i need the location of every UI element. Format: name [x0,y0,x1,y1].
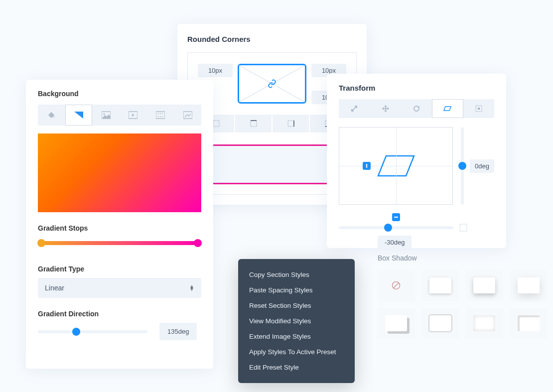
svg-rect-3 [251,121,257,127]
transform-rotate-tab[interactable] [401,99,432,118]
video-icon [129,111,138,119]
border-side-tabs [198,115,346,132]
svg-rect-10 [478,108,480,110]
box-shadow-preset-6[interactable] [466,308,503,339]
ctx-extend-image[interactable]: Extend Image Styles [238,329,355,344]
transform-horizontal-value[interactable]: -30deg [378,236,412,249]
svg-point-21 [160,116,161,117]
box-shadow-none[interactable] [378,270,415,301]
svg-point-22 [162,116,163,117]
pattern-icon [156,111,165,119]
transform-canvas[interactable] [339,127,453,205]
box-shadow-preset-1[interactable] [422,270,459,301]
gradient-type-select[interactable]: Linear ▲▼ [38,278,201,298]
box-shadow-preset-3[interactable] [510,270,548,301]
svg-rect-11 [460,224,467,231]
skew-y-handle[interactable] [363,162,371,170]
paint-bucket-icon [47,111,56,119]
transform-panel: Transform 0deg -30deg [327,74,506,248]
svg-point-20 [158,116,159,117]
image-icon [102,111,111,119]
ctx-copy-styles[interactable]: Copy Section Styles [238,267,355,282]
background-title: Background [38,90,201,98]
background-color-tab[interactable] [38,105,65,126]
transform-horizontal-slider[interactable] [339,226,453,229]
svg-line-25 [393,282,399,288]
border-preview [198,144,346,184]
skew-preview-shape [376,154,416,178]
gradient-stop-handle-2[interactable] [194,239,202,247]
box-shadow-preset-5[interactable] [422,308,459,339]
svg-rect-2 [213,121,219,127]
background-image-tab[interactable] [92,105,120,126]
svg-rect-5 [288,121,294,127]
box-shadow-preset-7[interactable] [510,308,548,339]
ctx-edit-preset[interactable]: Edit Preset Style [238,360,355,375]
corner-top-left-input[interactable]: 10px [198,64,233,77]
box-shadow-panel: Box Shadow [378,254,547,339]
gradient-stops-slider[interactable] [38,241,201,245]
gradient-type-value: Linear [45,284,64,292]
svg-point-17 [158,113,159,114]
context-menu: Copy Section Styles Paste Spacing Styles… [238,259,355,383]
gradient-direction-slider[interactable] [38,330,147,333]
background-gradient-tab[interactable] [65,105,93,126]
border-top-tab[interactable] [235,115,272,132]
transform-skew-tab[interactable] [432,99,463,118]
corner-link-toggle[interactable] [238,64,306,104]
transform-origin-tab[interactable] [463,99,494,118]
svg-rect-16 [156,112,165,119]
gradient-direction-input[interactable]: 135deg [159,323,197,340]
border-right-tab[interactable] [273,115,309,132]
transform-vertical-value[interactable]: 0deg [470,159,494,173]
box-shadow-title: Box Shadow [378,254,547,262]
svg-point-19 [162,113,163,114]
transform-title: Transform [339,84,494,92]
ctx-apply-preset[interactable]: Apply Styles To Active Preset [238,344,355,360]
link-icon [268,79,276,88]
transform-scale-tab[interactable] [339,99,370,118]
ctx-view-modified[interactable]: View Modified Styles [238,313,355,329]
svg-point-18 [160,113,161,114]
background-pattern-tab[interactable] [147,105,174,126]
mask-icon [183,111,192,119]
transform-translate-tab[interactable] [370,99,401,118]
gradient-icon [74,111,83,119]
background-mask-tab[interactable] [174,105,201,126]
background-video-tab[interactable] [120,105,147,126]
gradient-direction-label: Gradient Direction [38,310,201,318]
ctx-paste-spacing[interactable]: Paste Spacing Styles [238,282,355,298]
rounded-corners-title: Rounded Corners [187,35,357,43]
box-shadow-preset-4[interactable] [378,308,415,339]
gradient-stop-handle-1[interactable] [37,239,45,247]
no-shadow-icon [391,280,401,290]
background-panel: Background Gradient Stops Gradient Type … [26,80,213,369]
gradient-type-label: Gradient Type [38,265,201,273]
ctx-reset-styles[interactable]: Reset Section Styles [238,298,355,313]
svg-point-14 [103,114,105,115]
transform-vertical-slider[interactable] [461,127,464,205]
box-shadow-preset-2[interactable] [466,270,503,301]
chevron-updown-icon: ▲▼ [189,285,194,291]
transform-reset-icon[interactable] [459,224,467,232]
gradient-preview[interactable] [38,133,201,212]
skew-x-handle[interactable] [392,213,400,221]
gradient-stops-label: Gradient Stops [38,224,201,232]
background-type-tabs [38,105,201,126]
